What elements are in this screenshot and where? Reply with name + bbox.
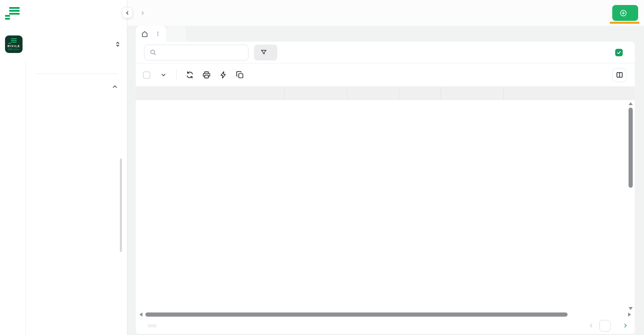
create-button-wrap bbox=[612, 5, 638, 21]
refresh-icon[interactable] bbox=[185, 71, 194, 79]
rows-range-badge bbox=[147, 324, 157, 327]
funnel-icon bbox=[260, 49, 267, 56]
table bbox=[136, 86, 635, 312]
menu-divider bbox=[36, 73, 118, 74]
column-header-kodas[interactable] bbox=[284, 86, 347, 100]
breadcrumb bbox=[136, 11, 151, 15]
menu-section-apskaita[interactable] bbox=[36, 78, 118, 96]
bolt-icon[interactable] bbox=[219, 71, 228, 79]
filters-button[interactable] bbox=[254, 45, 277, 60]
search-input[interactable] bbox=[160, 49, 243, 56]
header-checkbox-cell bbox=[136, 86, 159, 100]
app-window: RIVILEERP demo bbox=[0, 0, 644, 335]
column-header-empty bbox=[503, 86, 635, 100]
copy-icon[interactable] bbox=[236, 71, 244, 79]
main-area bbox=[127, 0, 644, 335]
tab-menu-icon[interactable] bbox=[155, 30, 161, 37]
chevron-left-icon bbox=[125, 10, 130, 15]
add-tab-button[interactable] bbox=[167, 26, 186, 42]
scroll-right-arrow[interactable] bbox=[628, 312, 631, 317]
home-icon bbox=[141, 30, 148, 38]
scroll-left-arrow[interactable] bbox=[139, 312, 142, 317]
horizontal-scroll-thumb[interactable] bbox=[145, 312, 568, 317]
vertical-scrollbar[interactable] bbox=[627, 102, 634, 310]
workspace-logo: RIVILEERP demo bbox=[5, 35, 23, 53]
toolbar-divider bbox=[176, 70, 177, 81]
tabstrip bbox=[127, 26, 644, 42]
brand-header bbox=[0, 0, 127, 25]
next-page-button[interactable] bbox=[621, 323, 628, 328]
checkbox-checked-icon[interactable] bbox=[615, 49, 623, 56]
chevron-right-icon bbox=[623, 323, 628, 328]
vertical-scroll-thumb[interactable] bbox=[629, 108, 633, 188]
current-page-input[interactable] bbox=[599, 320, 611, 332]
page-header bbox=[127, 0, 644, 26]
toolbar bbox=[136, 63, 635, 86]
search-icon bbox=[150, 49, 157, 56]
create-new-button[interactable] bbox=[612, 5, 638, 21]
column-header-procentas[interactable] bbox=[347, 86, 399, 100]
previous-page-button[interactable] bbox=[588, 323, 595, 328]
plus-circle-icon bbox=[619, 9, 627, 17]
sidebar-collapse-button[interactable] bbox=[122, 7, 133, 18]
sidebar: RIVILEERP demo bbox=[0, 0, 127, 335]
chevron-down-icon[interactable] bbox=[160, 72, 167, 78]
chevron-up-icon bbox=[112, 84, 118, 90]
columns-settings-button[interactable] bbox=[612, 68, 626, 82]
sidebar-body bbox=[0, 62, 127, 335]
pagination bbox=[588, 320, 628, 332]
column-header-aktyvus[interactable] bbox=[399, 86, 441, 100]
chevron-right-icon bbox=[140, 11, 145, 15]
onboarding-highlight bbox=[610, 22, 639, 24]
filter-row bbox=[136, 42, 635, 63]
select-all-checkbox[interactable] bbox=[143, 71, 150, 79]
workspace-switcher[interactable]: RIVILEERP demo bbox=[0, 33, 127, 55]
print-icon[interactable] bbox=[202, 71, 211, 79]
tab-pagrindinis[interactable] bbox=[136, 26, 166, 42]
expand-up-down-icon bbox=[114, 41, 121, 48]
horizontal-scrollbar[interactable] bbox=[136, 312, 635, 317]
column-header-imone[interactable] bbox=[441, 86, 503, 100]
horizontal-scroll-track[interactable] bbox=[145, 312, 625, 317]
active-only-toggle[interactable] bbox=[615, 49, 626, 56]
menu-scrollbar[interactable] bbox=[120, 159, 122, 252]
module-rail bbox=[0, 62, 26, 335]
column-header-pavadinimas[interactable] bbox=[159, 86, 284, 100]
table-header-row bbox=[136, 86, 635, 100]
columns-icon bbox=[616, 71, 624, 79]
settings-menu bbox=[26, 62, 127, 335]
content-card bbox=[136, 42, 635, 334]
chevron-left-icon bbox=[588, 323, 594, 328]
table-footer bbox=[136, 317, 635, 334]
scroll-down-arrow[interactable] bbox=[629, 307, 633, 310]
rivile-logo-icon bbox=[5, 7, 20, 19]
scroll-up-arrow[interactable] bbox=[629, 102, 633, 105]
search-box bbox=[144, 45, 248, 60]
